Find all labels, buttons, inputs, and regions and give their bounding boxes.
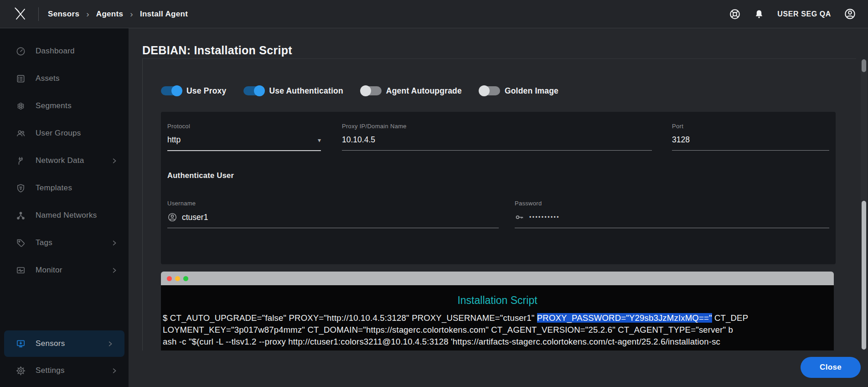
sidebar-item-assets[interactable]: Assets — [0, 65, 129, 92]
scrollbar-thumb[interactable] — [862, 201, 866, 350]
brand-logo-icon[interactable] — [12, 5, 29, 23]
breadcrumb-agents[interactable]: Agents — [96, 10, 123, 19]
sidebar-item-segments[interactable]: Segments — [0, 92, 129, 120]
use-proxy-switch[interactable] — [161, 86, 182, 95]
sidebar-item-label: Settings — [36, 366, 102, 375]
terminal-minimize-icon[interactable] — [175, 276, 180, 281]
chevron-right-icon — [111, 367, 118, 374]
sidebar-item-settings[interactable]: Settings — [0, 357, 129, 384]
top-bar: Sensors › Agents › Install Agent USER SE… — [0, 0, 868, 28]
installation-script-terminal: Installation Script $ CT_AUTO_UPGRADE="f… — [161, 272, 834, 350]
terminal-titlebar — [161, 272, 834, 285]
username-label: Username — [167, 200, 499, 207]
proxy-ip-input[interactable]: 10.10.4.5 — [342, 135, 652, 151]
notifications-bell-icon[interactable] — [754, 9, 765, 20]
network-data-icon — [15, 156, 26, 166]
sidebar-item-sensors[interactable]: Sensors — [4, 330, 124, 357]
sidebar-item-named-networks[interactable]: Named Networks — [0, 202, 129, 229]
breadcrumb-sensors[interactable]: Sensors — [48, 10, 79, 19]
proxy-ip-field[interactable]: Proxy IP/Domain Name 10.10.4.5 — [342, 123, 652, 151]
terminal-title: Installation Script — [163, 294, 832, 307]
toggle[interactable]: Agent Autoupgrade — [361, 86, 462, 96]
user-icon — [167, 212, 177, 222]
terminal-close-icon[interactable] — [167, 276, 172, 281]
terminal-maximize-icon[interactable] — [183, 276, 188, 281]
port-input[interactable]: 3128 — [672, 135, 829, 151]
breadcrumb-install-agent[interactable]: Install Agent — [140, 10, 188, 19]
sidebar-item-label: Assets — [36, 74, 118, 83]
sidebar-item-label: Tags — [36, 238, 102, 247]
toggle-label: Golden Image — [505, 86, 558, 96]
sidebar-item-label: User Groups — [36, 129, 118, 138]
script-line: ash -c "$(curl -L --tlsv1.2 --proxy http… — [163, 336, 832, 348]
toggle[interactable]: Golden Image — [479, 86, 558, 96]
use-authentication-switch[interactable] — [243, 86, 264, 95]
sidebar-item-monitor[interactable]: Monitor — [0, 256, 129, 284]
chevron-right-icon — [111, 267, 118, 274]
sidebar-nav: Dashboard Assets Segments — [0, 28, 129, 387]
sidebar-item-templates[interactable]: Templates — [0, 174, 129, 202]
toggle-label: Use Proxy — [186, 86, 226, 96]
agent-autoupgrade-switch[interactable] — [361, 86, 382, 95]
named-networks-icon — [15, 210, 26, 221]
sidebar-item-user-groups[interactable]: User Groups — [0, 120, 129, 147]
sidebar-item-label: Sensors — [36, 339, 98, 348]
toggle[interactable]: Use Proxy — [161, 86, 226, 96]
key-icon — [515, 212, 525, 222]
password-input[interactable]: •••••••••• — [515, 212, 829, 228]
sidebar-spacer — [0, 284, 129, 330]
sidebar-item-network-data[interactable]: Network Data — [0, 147, 129, 174]
protocol-field[interactable]: Protocol http ▾ — [167, 123, 321, 151]
script-line: $ CT_AUTO_UPGRADE="false" PROXY="http://… — [163, 312, 832, 324]
close-button[interactable]: Close — [801, 357, 861, 378]
breadcrumb: Sensors › Agents › Install Agent — [48, 9, 188, 19]
tags-icon — [15, 238, 26, 248]
toggle-label: Use Authentication — [269, 86, 343, 96]
username-field[interactable]: Username ctuser1 — [167, 200, 499, 228]
templates-icon — [15, 183, 26, 194]
password-value: •••••••••• — [529, 214, 560, 220]
toggle[interactable]: Use Authentication — [243, 86, 343, 96]
user-label: USER SEG QA — [777, 10, 831, 18]
dashboard-icon — [15, 46, 26, 57]
chevron-right-icon — [111, 157, 118, 164]
proxy-fields-row: Protocol http ▾ Proxy IP/Domain Name 10.… — [167, 123, 829, 151]
password-field[interactable]: Password •••••••••• — [515, 200, 829, 228]
chevron-right-icon: › — [130, 9, 133, 19]
sensors-icon — [15, 339, 26, 349]
sidebar-item-label: Templates — [36, 183, 118, 193]
help-ring-icon[interactable] — [729, 8, 741, 20]
sidebar-item-label: Segments — [36, 101, 118, 110]
chevron-right-icon — [111, 240, 118, 246]
port-value: 3128 — [672, 135, 690, 145]
scrollbar-top-cap[interactable] — [862, 59, 866, 72]
chevron-right-icon — [107, 340, 114, 347]
terminal-body: Installation Script $ CT_AUTO_UPGRADE="f… — [161, 285, 834, 350]
install-agent-panel: Use Proxy Use Authentication Agent Autou… — [142, 58, 856, 350]
user-groups-icon — [15, 128, 26, 139]
protocol-select[interactable]: http ▾ — [167, 135, 321, 151]
sidebar-item-dashboard[interactable]: Dashboard — [0, 37, 129, 65]
sidebar-item-label: Named Networks — [36, 211, 118, 220]
page-title: DEBIAN: Installation Script — [142, 44, 292, 57]
app-window: Sensors › Agents › Install Agent USER SE… — [0, 0, 868, 387]
topbar-divider — [38, 7, 39, 21]
sidebar-item-label: Dashboard — [36, 47, 118, 56]
vertical-scrollbar[interactable] — [861, 59, 867, 350]
sidebar-item-label: Monitor — [36, 266, 102, 275]
sidebar-item-label: Network Data — [36, 156, 102, 165]
account-icon[interactable] — [844, 8, 856, 20]
segments-icon — [15, 101, 26, 111]
port-field[interactable]: Port 3128 — [672, 123, 829, 151]
protocol-value: http — [167, 135, 181, 145]
authenticate-user-heading: Authenticate User — [167, 171, 829, 180]
password-label: Password — [515, 200, 829, 207]
golden-image-switch[interactable] — [479, 86, 500, 95]
assets-icon — [15, 73, 26, 84]
proxy-ip-value: 10.10.4.5 — [342, 135, 375, 145]
username-input[interactable]: ctuser1 — [167, 212, 499, 228]
sidebar-item-tags[interactable]: Tags — [0, 229, 129, 256]
toggle-label: Agent Autoupgrade — [386, 86, 462, 96]
auth-fields-row: Username ctuser1 Password — [167, 200, 829, 228]
chevron-down-icon[interactable]: ▾ — [318, 136, 321, 144]
